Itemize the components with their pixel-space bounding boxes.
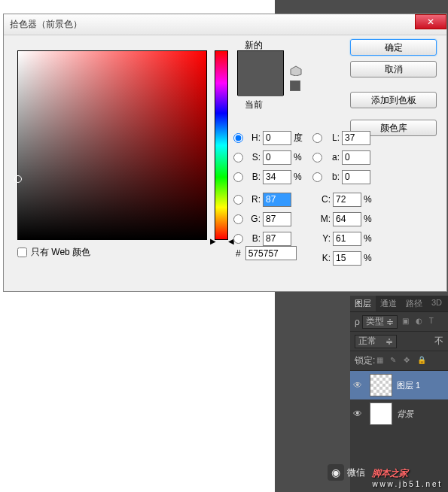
radio-h[interactable] — [233, 133, 243, 143]
layer-thumbnail[interactable] — [370, 402, 392, 425]
radio-blue[interactable] — [233, 234, 243, 244]
hue-slider[interactable] — [215, 50, 228, 240]
input-g[interactable] — [263, 212, 291, 226]
close-button[interactable]: ✕ — [415, 14, 446, 29]
radio-a[interactable] — [312, 153, 322, 162]
color-preview — [237, 50, 284, 96]
layer-name-bg: 背景 — [397, 408, 413, 420]
filter-type-icon[interactable]: T — [429, 317, 440, 327]
layer-row-bg[interactable]: 👁 背景 — [350, 399, 448, 428]
hex-row: # — [236, 246, 297, 260]
web-only-checkbox-row: 只有 Web 颜色 — [17, 246, 90, 259]
input-s[interactable] — [263, 150, 291, 165]
input-l[interactable] — [342, 131, 370, 145]
lock-all-icon[interactable]: 🔒 — [417, 356, 428, 366]
svg-marker-0 — [291, 66, 301, 76]
wechat-icon: ◉ — [328, 464, 344, 481]
site-watermark: 脚本之家 w w w . j b 5 1 . n e t — [372, 463, 440, 488]
layer-row-1[interactable]: 👁 图层 1 — [350, 371, 448, 399]
input-blue[interactable] — [263, 232, 291, 246]
panel-tabs: 图层 通道 路径 3D — [350, 296, 448, 312]
filter-type-dropdown[interactable]: 类型 ≑ — [362, 315, 398, 329]
ok-button[interactable]: 确定 — [350, 39, 437, 56]
radio-b[interactable] — [233, 172, 243, 182]
input-c[interactable] — [333, 193, 361, 207]
radio-l[interactable] — [312, 133, 322, 143]
input-y[interactable] — [333, 232, 361, 246]
hue-arrow-left: ▶ — [210, 237, 216, 245]
input-lab-b[interactable] — [342, 170, 370, 184]
input-m[interactable] — [333, 212, 361, 226]
titlebar[interactable]: 拾色器（前景色） ✕ — [4, 14, 446, 35]
input-a[interactable] — [342, 150, 370, 165]
tab-layers[interactable]: 图层 — [350, 296, 376, 311]
lock-pixels-icon[interactable]: ✎ — [390, 356, 401, 366]
input-h[interactable] — [263, 131, 291, 145]
layer-name: 图层 1 — [397, 380, 420, 391]
filter-adjust-icon[interactable]: ◐ — [416, 317, 426, 327]
visibility-icon[interactable]: 👁 — [353, 380, 365, 390]
input-k[interactable] — [333, 251, 361, 266]
tab-3d[interactable]: 3D — [427, 296, 446, 311]
dialog-title: 拾色器（前景色） — [10, 18, 82, 31]
color-picker-dialog: 拾色器（前景色） ✕ ▶ ◀ 新的 当前 确定 取消 添加到色板 颜色库 H:度 — [3, 14, 447, 292]
picker-cursor — [14, 175, 22, 183]
add-swatch-button[interactable]: 添加到色板 — [350, 92, 437, 108]
tab-paths[interactable]: 路径 — [401, 296, 427, 311]
hex-input[interactable] — [245, 246, 297, 260]
input-brightness[interactable] — [263, 170, 291, 184]
web-only-label: 只有 Web 颜色 — [31, 246, 90, 259]
preview-new[interactable] — [238, 51, 283, 74]
radio-g[interactable] — [233, 214, 243, 224]
blend-mode-dropdown[interactable]: 正常 ≑ — [355, 335, 397, 348]
preview-current[interactable] — [238, 74, 283, 96]
input-r[interactable] — [263, 193, 291, 207]
hex-prefix: # — [236, 248, 241, 259]
wechat-watermark: ◉ 微信 — [328, 464, 365, 481]
radio-s[interactable] — [233, 153, 243, 162]
websafe-swatch-icon[interactable] — [290, 80, 300, 91]
filter-pixel-icon[interactable]: ▣ — [402, 317, 413, 327]
lock-transparent-icon[interactable]: ▦ — [376, 356, 387, 366]
lock-position-icon[interactable]: ✥ — [404, 356, 414, 366]
cancel-button[interactable]: 取消 — [350, 61, 437, 77]
radio-lab-b[interactable] — [312, 172, 322, 182]
tab-channels[interactable]: 通道 — [376, 296, 401, 311]
gamut-warning-icon[interactable] — [290, 65, 302, 76]
lock-label: 锁定: — [355, 354, 375, 367]
layer-thumbnail[interactable] — [370, 374, 392, 396]
current-color-label: 当前 — [245, 99, 263, 111]
visibility-icon[interactable]: 👁 — [353, 408, 365, 419]
radio-r[interactable] — [233, 195, 243, 205]
web-only-checkbox[interactable] — [17, 248, 27, 257]
color-field[interactable] — [17, 50, 207, 240]
opacity-label: 不 — [434, 335, 443, 348]
